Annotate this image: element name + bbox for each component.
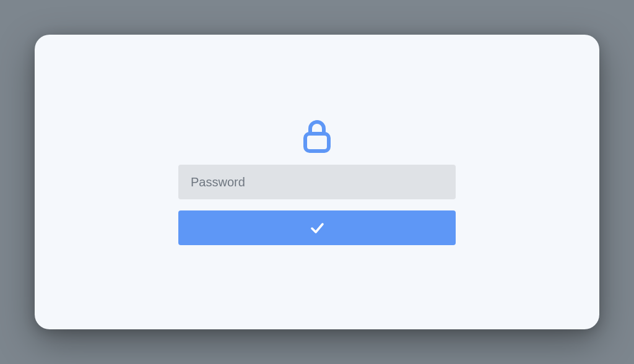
svg-rect-0 <box>305 134 329 151</box>
password-field[interactable] <box>178 165 456 199</box>
unlock-panel <box>35 35 599 329</box>
lock-icon <box>302 119 332 154</box>
check-icon <box>308 219 326 236</box>
submit-button[interactable] <box>178 210 456 245</box>
